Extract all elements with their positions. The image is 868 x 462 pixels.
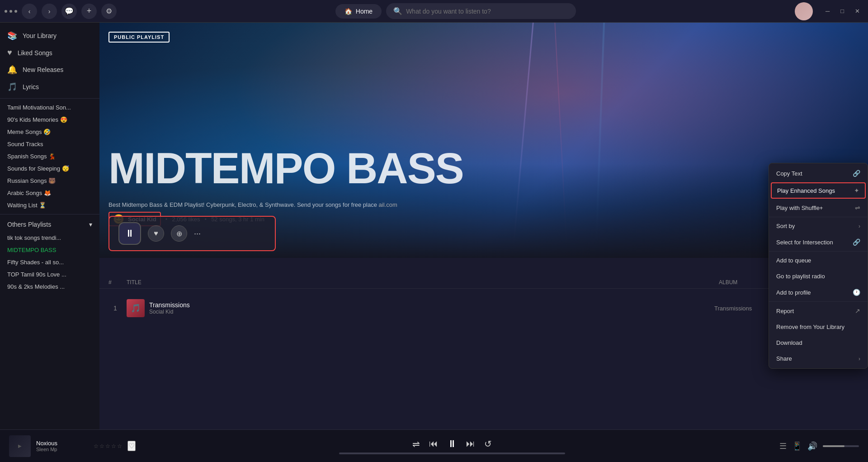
prev-button[interactable]: ⏮ (429, 438, 438, 449)
table-row[interactable]: 1 🎵 Transmissions Social Kid Transmissio… (99, 295, 868, 321)
more-button[interactable]: ··· (194, 229, 201, 238)
others-label: Others Playlists (7, 221, 51, 228)
close-button[interactable]: ✕ (851, 6, 863, 16)
list-controls: 🔍 Custom order Title Artist Album Date a… (99, 258, 868, 276)
song-info: Transmissions Social Kid (149, 301, 710, 315)
ctx-report-label: Report (776, 308, 794, 314)
ctx-play-shuffle[interactable]: Play with Shuffle+ ⇌ (769, 200, 868, 216)
ctx-copy-icon: 🔗 (853, 170, 860, 177)
add-button[interactable]: + (81, 4, 97, 19)
song-list: 1 🎵 Transmissions Social Kid Transmissio… (99, 291, 868, 429)
playlist-item-tamil90s[interactable]: TOP Tamil 90s Love ... (0, 268, 99, 281)
playlist-item-russian[interactable]: Russian Songs 🐻 (0, 175, 99, 187)
ctx-share-label: Share (776, 355, 792, 362)
search-bar: 🔍 (386, 3, 576, 19)
nav-center: 🏠 Home 🔍 (121, 3, 790, 19)
chevron-down-icon: ▾ (89, 221, 92, 228)
playlist-item-90s2ks[interactable]: 90s & 2ks Melodies ... (0, 281, 99, 293)
sidebar: 📚 Your Library ♥ Liked Songs 🔔 New Relea… (0, 23, 99, 429)
player-track: ▶ Noxious Sleen Mp ☆ ☆ ☆ ☆ ☆ ♡ (9, 435, 136, 457)
ctx-play-enhanced[interactable]: Play Enhanced Songs ✦ (771, 182, 866, 199)
sidebar-library-label: Your Library (23, 32, 57, 39)
progress-bar[interactable] (339, 452, 565, 454)
playlist-item-90s[interactable]: 90's Kids Memories 😍 (0, 114, 99, 126)
sidebar-item-new-releases[interactable]: 🔔 New Releases (0, 61, 99, 78)
ctx-copy-text[interactable]: Copy Text 🔗 (769, 165, 868, 181)
sidebar-lyrics-label: Lyrics (23, 83, 39, 90)
player-right: ☰ 📱 🔊 (769, 441, 859, 451)
playlist-item-soundtracks[interactable]: Sound Tracks (0, 138, 99, 150)
playlist-item-waiting[interactable]: Waiting List ⏳ (0, 199, 99, 211)
song-number: 1 (108, 305, 122, 312)
volume-button[interactable]: 🔊 (807, 441, 817, 451)
forward-button[interactable]: › (42, 4, 57, 19)
sidebar-item-lyrics[interactable]: 🎵 Lyrics (0, 78, 99, 95)
play-pause-button[interactable]: ⏸ (118, 222, 141, 245)
playlist-item-sleeping[interactable]: Sounds for Sleeping 😴 (0, 162, 99, 175)
minimize-button[interactable]: ─ (822, 6, 833, 16)
search-input[interactable] (406, 8, 569, 15)
player-track-info: Noxious Sleen Mp (36, 440, 88, 452)
player-thumb-inner: ▶ (9, 435, 31, 457)
ctx-report[interactable]: Report ↗ (769, 303, 868, 319)
device-button[interactable]: 📱 (792, 441, 802, 451)
song-list-header: # TITLE ALBUM 🕐 (99, 276, 868, 289)
main-layout: 📚 Your Library ♥ Liked Songs 🔔 New Relea… (0, 23, 868, 429)
ctx-go-radio-label: Go to playlist radio (776, 273, 825, 280)
playlist-item-fifty[interactable]: Fifty Shades - all so... (0, 256, 99, 268)
ctx-copy-label: Copy Text (776, 170, 802, 177)
playlist-item-meme[interactable]: Meme Songs 🤣 (0, 126, 99, 138)
sidebar-item-library[interactable]: 📚 Your Library (0, 27, 99, 44)
ctx-play-shuffle-label: Play with Shuffle+ (776, 205, 823, 211)
next-button[interactable]: ⏭ (466, 438, 475, 449)
ctx-sort-label: Sort by (776, 223, 795, 229)
ctx-download[interactable]: Download (769, 335, 868, 351)
volume-bar[interactable] (823, 445, 859, 447)
song-thumbnail: 🎵 (127, 299, 145, 317)
play-button[interactable]: ⏸ (447, 438, 457, 450)
playlist-item-midtempo[interactable]: MIDTEMPO BASS (0, 244, 99, 256)
avatar[interactable] (795, 2, 813, 20)
ctx-remove-library[interactable]: Remove from Your Library (769, 319, 868, 335)
back-button[interactable]: ‹ (22, 4, 37, 19)
playlist-item-tamil[interactable]: Tamil Motivational Son... (0, 101, 99, 114)
ctx-select-label: Select for Intersection (776, 239, 833, 246)
ctx-share[interactable]: Share › (769, 351, 868, 367)
home-button[interactable]: 🏠 Home (335, 4, 382, 19)
playlist-item-tiktok[interactable]: tik tok songs trendi... (0, 232, 99, 244)
shuffle-button[interactable]: ⇌ (412, 438, 420, 449)
playlist-item-arabic[interactable]: Arabic Songs 🦊 (0, 187, 99, 199)
settings-button[interactable]: ⚙ (101, 4, 117, 19)
maximize-button[interactable]: □ (837, 6, 848, 16)
sidebar-item-liked[interactable]: ♥ Liked Songs (0, 44, 99, 61)
context-menu: Copy Text 🔗 Play Enhanced Songs ✦ Play w… (769, 163, 868, 369)
others-playlists-header[interactable]: Others Playlists ▾ (0, 217, 99, 232)
like-icon: ♥ (154, 229, 158, 238)
ctx-sort-by[interactable]: Sort by › (769, 218, 868, 234)
dot1 (5, 10, 7, 13)
title-bar: ‹ › 💬 + ⚙ 🏠 Home 🔍 ─ □ ✕ (0, 0, 868, 23)
ctx-profile-icon: 🕐 (853, 289, 860, 296)
chat-button[interactable]: 💬 (61, 4, 77, 19)
player-like-button[interactable]: ♡ (127, 441, 136, 451)
queue-button[interactable]: ☰ (779, 441, 787, 451)
ctx-add-queue[interactable]: Add to queue (769, 252, 868, 268)
player-buttons: ⇌ ⏮ ⏸ ⏭ ↺ (412, 438, 492, 450)
star2: ☆ (99, 443, 104, 449)
ctx-play-enhanced-label: Play Enhanced Songs (777, 187, 835, 194)
ctx-go-radio[interactable]: Go to playlist radio (769, 268, 868, 284)
repeat-button[interactable]: ↺ (484, 438, 492, 449)
download-button[interactable]: ⊕ (171, 225, 187, 242)
col-num-header: # (108, 279, 127, 286)
playlist-item-spanish[interactable]: Spanish Songs 💃 (0, 150, 99, 162)
star4: ☆ (111, 443, 116, 449)
like-button[interactable]: ♥ (148, 225, 164, 242)
player-controls: ⇌ ⏮ ⏸ ⏭ ↺ (145, 438, 760, 454)
dot3 (14, 10, 17, 13)
ctx-select-intersection[interactable]: Select for Intersection 🔗 (769, 234, 868, 250)
player-track-artist: Sleen Mp (36, 447, 88, 452)
ctx-add-profile[interactable]: Add to profile 🕐 (769, 284, 868, 300)
download-icon: ⊕ (176, 229, 182, 238)
ctx-report-icon: ↗ (855, 307, 860, 314)
ctx-divider1 (769, 217, 868, 217)
